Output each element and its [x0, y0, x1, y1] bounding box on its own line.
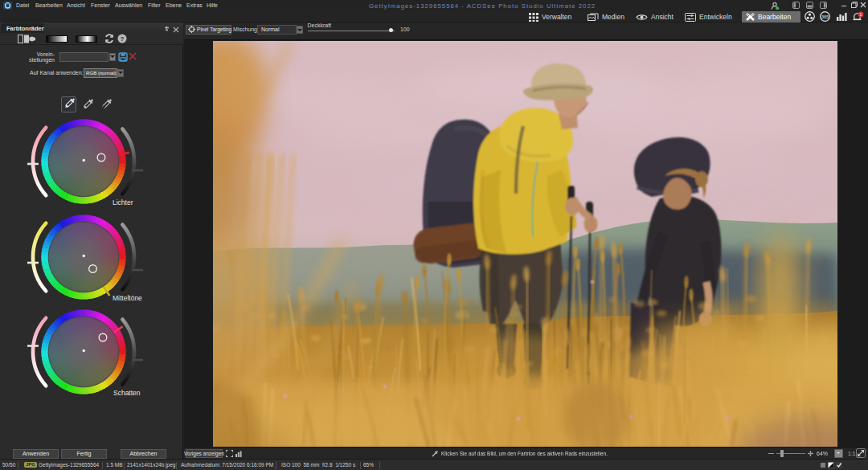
svg-text:365: 365 — [821, 14, 829, 19]
svg-text:?: ? — [121, 35, 125, 43]
svg-text:1: 1 — [860, 11, 862, 16]
